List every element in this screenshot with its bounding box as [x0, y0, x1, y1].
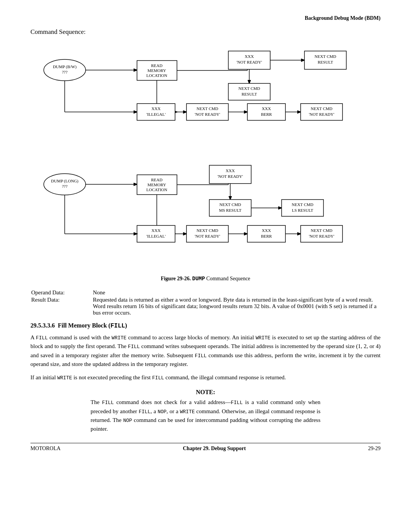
- svg-text:LS RESULT: LS RESULT: [292, 208, 313, 212]
- svg-text:XXX: XXX: [262, 106, 271, 111]
- svg-text:READ: READ: [151, 63, 162, 68]
- svg-text:LOCATION: LOCATION: [147, 187, 167, 192]
- svg-text:BERR: BERR: [261, 234, 272, 238]
- operand-label: Operand Data:: [31, 289, 92, 296]
- svg-text:'NOT READY': 'NOT READY': [217, 174, 243, 179]
- svg-text:NEXT CMD: NEXT CMD: [197, 228, 218, 233]
- figure-caption-bold: Figure 29-26. DUMP: [161, 276, 206, 281]
- diagram-bottom: DUMP (LONG) ??? READ MEMORY LOCATION XXX…: [30, 154, 381, 272]
- svg-text:NEXT CMD: NEXT CMD: [197, 106, 218, 111]
- svg-text:XXX: XXX: [245, 54, 254, 59]
- svg-text:???: ???: [62, 70, 68, 74]
- figure-caption: Figure 29-26. DUMP Command Sequence: [30, 276, 381, 282]
- section-title: Command Sequence:: [30, 28, 381, 36]
- svg-text:MEMORY: MEMORY: [148, 182, 166, 187]
- svg-text:NEXT CMD: NEXT CMD: [315, 54, 336, 59]
- svg-text:XXX: XXX: [151, 228, 161, 233]
- svg-text:'NOT READY': 'NOT READY': [194, 234, 220, 238]
- svg-text:XXX: XXX: [226, 168, 235, 173]
- svg-text:???: ???: [62, 184, 68, 189]
- result-row: Result Data: Requested data is returned …: [31, 297, 380, 316]
- svg-text:NEXT CMD: NEXT CMD: [220, 202, 241, 207]
- svg-text:LOCATION: LOCATION: [147, 73, 167, 78]
- svg-text:NEXT CMD: NEXT CMD: [239, 86, 260, 91]
- header-text: Background Debug Mode (BDM): [305, 15, 381, 21]
- body-paragraph-1: A FILL command is used with the WRITE co…: [30, 333, 381, 369]
- svg-text:MEMORY: MEMORY: [148, 68, 166, 73]
- note-title: NOTE:: [83, 389, 328, 396]
- diagram-svg-bottom: DUMP (LONG) ??? READ MEMORY LOCATION XXX…: [34, 154, 377, 272]
- subsection-heading: 29.5.3.3.6 Fill Memory Block (FILL): [30, 322, 381, 329]
- svg-text:BERR: BERR: [261, 112, 272, 117]
- operand-value: None: [93, 289, 380, 296]
- operand-row: Operand Data: None: [31, 289, 380, 296]
- svg-text:READ: READ: [151, 177, 162, 182]
- page-header: Background Debug Mode (BDM): [30, 15, 381, 21]
- note-box: NOTE: The FILL command does not check fo…: [83, 389, 328, 433]
- footer-right: 29-29: [368, 446, 381, 452]
- page: Background Debug Mode (BDM) Command Sequ…: [0, 0, 411, 463]
- svg-text:DUMP (LONG): DUMP (LONG): [51, 179, 78, 184]
- footer: MOTOROLA Chapter 29. Debug Support 29-29: [30, 443, 381, 452]
- diagram-svg-top: DUMP (B/W) ??? READ MEMORY LOCATION XXX …: [34, 40, 377, 150]
- note-body: The FILL command does not check for a va…: [83, 398, 328, 433]
- svg-text:NEXT CMD: NEXT CMD: [311, 106, 333, 111]
- svg-text:'ILLEGAL': 'ILLEGAL': [147, 112, 166, 117]
- svg-text:RESULT: RESULT: [242, 92, 257, 96]
- svg-text:MS RESULT: MS RESULT: [219, 208, 241, 212]
- svg-text:'NOT READY': 'NOT READY': [236, 60, 262, 64]
- data-table: Operand Data: None Result Data: Requeste…: [30, 289, 381, 317]
- svg-text:NEXT CMD: NEXT CMD: [292, 202, 314, 207]
- svg-text:XXX: XXX: [151, 106, 161, 111]
- svg-text:'NOT READY': 'NOT READY': [194, 112, 220, 117]
- result-value: Requested data is returned as either a w…: [93, 297, 380, 316]
- svg-text:RESULT: RESULT: [318, 60, 333, 64]
- svg-text:'ILLEGAL': 'ILLEGAL': [147, 234, 166, 238]
- footer-left: MOTOROLA: [30, 446, 61, 452]
- body-paragraph-2: If an initial WRITE is not executed prec…: [30, 373, 381, 382]
- svg-text:'NOT READY': 'NOT READY': [309, 112, 334, 117]
- svg-text:NEXT CMD: NEXT CMD: [311, 228, 333, 233]
- svg-text:'NOT READY': 'NOT READY': [309, 234, 334, 238]
- result-label: Result Data:: [31, 297, 92, 316]
- footer-center: Chapter 29. Debug Support: [183, 446, 245, 452]
- svg-text:DUMP (B/W): DUMP (B/W): [53, 64, 77, 69]
- diagram-top: DUMP (B/W) ??? READ MEMORY LOCATION XXX …: [30, 40, 381, 150]
- svg-text:XXX: XXX: [262, 228, 271, 233]
